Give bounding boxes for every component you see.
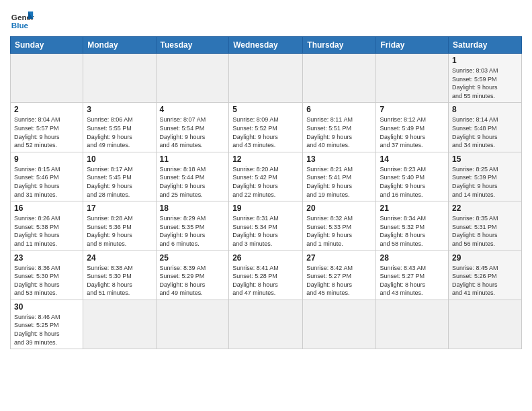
day-info: Sunrise: 8:17 AM Sunset: 5:45 PM Dayligh… [87, 165, 152, 199]
calendar-cell: 24Sunrise: 8:38 AM Sunset: 5:30 PM Dayli… [83, 250, 156, 300]
day-info: Sunrise: 8:35 AM Sunset: 5:31 PM Dayligh… [452, 214, 518, 248]
day-info: Sunrise: 8:20 AM Sunset: 5:42 PM Dayligh… [232, 165, 299, 199]
day-number: 10 [87, 154, 152, 164]
weekday-header-saturday: Saturday [449, 37, 522, 54]
day-number: 24 [87, 253, 152, 263]
calendar-cell: 4Sunrise: 8:07 AM Sunset: 5:54 PM Daylig… [156, 103, 229, 152]
calendar-cell: 11Sunrise: 8:18 AM Sunset: 5:44 PM Dayli… [156, 152, 229, 201]
day-number: 11 [160, 154, 226, 164]
day-number: 3 [87, 105, 152, 114]
calendar-cell: 9Sunrise: 8:15 AM Sunset: 5:46 PM Daylig… [11, 152, 83, 201]
calendar-cell [229, 54, 303, 103]
day-number: 17 [87, 203, 152, 213]
calendar-cell: 22Sunrise: 8:35 AM Sunset: 5:31 PM Dayli… [449, 201, 522, 250]
calendar-cell [376, 300, 449, 349]
day-number: 25 [160, 253, 226, 263]
calendar-cell: 5Sunrise: 8:09 AM Sunset: 5:52 PM Daylig… [229, 103, 303, 152]
day-number: 13 [306, 154, 372, 164]
day-info: Sunrise: 8:34 AM Sunset: 5:32 PM Dayligh… [380, 214, 445, 248]
calendar-cell: 3Sunrise: 8:06 AM Sunset: 5:55 PM Daylig… [83, 103, 156, 152]
day-info: Sunrise: 8:18 AM Sunset: 5:44 PM Dayligh… [160, 165, 226, 199]
day-info: Sunrise: 8:07 AM Sunset: 5:54 PM Dayligh… [160, 116, 226, 149]
day-number: 20 [306, 203, 372, 213]
weekday-header-tuesday: Tuesday [156, 37, 229, 54]
weekday-header-row: SundayMondayTuesdayWednesdayThursdayFrid… [11, 37, 522, 54]
calendar-cell: 16Sunrise: 8:26 AM Sunset: 5:38 PM Dayli… [11, 201, 83, 250]
day-info: Sunrise: 8:06 AM Sunset: 5:55 PM Dayligh… [87, 116, 152, 149]
calendar-cell: 26Sunrise: 8:41 AM Sunset: 5:28 PM Dayli… [229, 250, 303, 300]
calendar-cell: 29Sunrise: 8:45 AM Sunset: 5:26 PM Dayli… [449, 250, 522, 300]
logo: General Blue [10, 7, 34, 31]
calendar-cell: 21Sunrise: 8:34 AM Sunset: 5:32 PM Dayli… [376, 201, 449, 250]
calendar-cell: 28Sunrise: 8:43 AM Sunset: 5:27 PM Dayli… [376, 250, 449, 300]
calendar-cell: 18Sunrise: 8:29 AM Sunset: 5:35 PM Dayli… [156, 201, 229, 250]
day-number: 14 [380, 154, 445, 164]
calendar-cell: 17Sunrise: 8:28 AM Sunset: 5:36 PM Dayli… [83, 201, 156, 250]
calendar-cell: 12Sunrise: 8:20 AM Sunset: 5:42 PM Dayli… [229, 152, 303, 201]
generalblue-logo-icon: General Blue [10, 7, 34, 31]
day-info: Sunrise: 8:42 AM Sunset: 5:27 PM Dayligh… [306, 264, 372, 298]
day-info: Sunrise: 8:38 AM Sunset: 5:30 PM Dayligh… [87, 264, 152, 298]
day-number: 21 [380, 203, 445, 213]
header: General Blue [10, 7, 522, 31]
page: General Blue SundayMondayTuesdayWednesda… [0, 0, 532, 411]
weekday-header-thursday: Thursday [303, 37, 376, 54]
calendar-cell [449, 300, 522, 349]
day-info: Sunrise: 8:29 AM Sunset: 5:35 PM Dayligh… [160, 214, 226, 248]
day-info: Sunrise: 8:03 AM Sunset: 5:59 PM Dayligh… [452, 66, 518, 100]
calendar-cell: 19Sunrise: 8:31 AM Sunset: 5:34 PM Dayli… [229, 201, 303, 250]
day-info: Sunrise: 8:41 AM Sunset: 5:28 PM Dayligh… [232, 264, 299, 298]
calendar-cell: 27Sunrise: 8:42 AM Sunset: 5:27 PM Dayli… [303, 250, 376, 300]
weekday-header-monday: Monday [83, 37, 156, 54]
day-info: Sunrise: 8:46 AM Sunset: 5:25 PM Dayligh… [14, 313, 79, 347]
calendar-cell [83, 300, 156, 349]
day-number: 1 [452, 56, 518, 65]
day-number: 5 [232, 105, 299, 114]
day-info: Sunrise: 8:09 AM Sunset: 5:52 PM Dayligh… [232, 116, 299, 149]
calendar-cell: 14Sunrise: 8:23 AM Sunset: 5:40 PM Dayli… [376, 152, 449, 201]
calendar-cell [83, 54, 156, 103]
calendar-cell: 23Sunrise: 8:36 AM Sunset: 5:30 PM Dayli… [11, 250, 83, 300]
calendar-cell: 8Sunrise: 8:14 AM Sunset: 5:48 PM Daylig… [449, 103, 522, 152]
day-info: Sunrise: 8:32 AM Sunset: 5:33 PM Dayligh… [306, 214, 372, 248]
calendar-week-2: 2Sunrise: 8:04 AM Sunset: 5:57 PM Daylig… [11, 103, 522, 152]
day-info: Sunrise: 8:43 AM Sunset: 5:27 PM Dayligh… [380, 264, 445, 298]
calendar-week-4: 16Sunrise: 8:26 AM Sunset: 5:38 PM Dayli… [11, 201, 522, 250]
day-number: 7 [380, 105, 445, 114]
calendar-cell: 13Sunrise: 8:21 AM Sunset: 5:41 PM Dayli… [303, 152, 376, 201]
calendar-cell: 7Sunrise: 8:12 AM Sunset: 5:49 PM Daylig… [376, 103, 449, 152]
calendar-cell: 20Sunrise: 8:32 AM Sunset: 5:33 PM Dayli… [303, 201, 376, 250]
day-number: 15 [452, 154, 518, 164]
weekday-header-friday: Friday [376, 37, 449, 54]
day-info: Sunrise: 8:04 AM Sunset: 5:57 PM Dayligh… [14, 116, 79, 149]
day-number: 27 [306, 253, 372, 263]
day-number: 18 [160, 203, 226, 213]
day-number: 29 [452, 253, 518, 263]
day-number: 8 [452, 105, 518, 114]
calendar-cell: 2Sunrise: 8:04 AM Sunset: 5:57 PM Daylig… [11, 103, 83, 152]
day-number: 30 [14, 302, 79, 312]
calendar-cell [303, 300, 376, 349]
calendar-cell [156, 300, 229, 349]
calendar-cell: 30Sunrise: 8:46 AM Sunset: 5:25 PM Dayli… [11, 300, 83, 349]
calendar-week-5: 23Sunrise: 8:36 AM Sunset: 5:30 PM Dayli… [11, 250, 522, 300]
calendar-cell [303, 54, 376, 103]
day-number: 6 [306, 105, 372, 114]
day-info: Sunrise: 8:39 AM Sunset: 5:29 PM Dayligh… [160, 264, 226, 298]
day-info: Sunrise: 8:11 AM Sunset: 5:51 PM Dayligh… [306, 116, 372, 149]
day-number: 28 [380, 253, 445, 263]
day-info: Sunrise: 8:25 AM Sunset: 5:39 PM Dayligh… [452, 165, 518, 199]
day-info: Sunrise: 8:12 AM Sunset: 5:49 PM Dayligh… [380, 116, 445, 149]
day-number: 22 [452, 203, 518, 213]
day-number: 9 [14, 154, 79, 164]
day-number: 26 [232, 253, 299, 263]
calendar-cell: 6Sunrise: 8:11 AM Sunset: 5:51 PM Daylig… [303, 103, 376, 152]
weekday-header-wednesday: Wednesday [229, 37, 303, 54]
calendar-week-3: 9Sunrise: 8:15 AM Sunset: 5:46 PM Daylig… [11, 152, 522, 201]
day-number: 19 [232, 203, 299, 213]
calendar-table: SundayMondayTuesdayWednesdayThursdayFrid… [10, 36, 522, 349]
day-number: 12 [232, 154, 299, 164]
calendar-cell [156, 54, 229, 103]
calendar-cell [11, 54, 83, 103]
calendar-cell [376, 54, 449, 103]
